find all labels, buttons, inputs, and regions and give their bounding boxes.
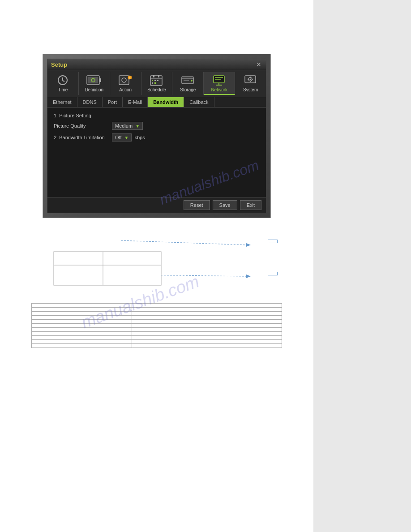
table-row (32, 320, 282, 324)
table-cell (32, 344, 132, 348)
table-cell (132, 336, 282, 340)
exit-button[interactable]: Exit (240, 200, 261, 210)
setup-dialog: Setup ✕ Time (47, 59, 266, 213)
bandwidth-dropdown[interactable]: Off ▼ (112, 133, 132, 142)
svg-line-2 (63, 81, 64, 82)
svg-rect-21 (182, 77, 193, 78)
definition-icon (86, 74, 102, 86)
table-row (32, 340, 282, 344)
table-cell (32, 320, 132, 324)
close-button[interactable]: ✕ (255, 61, 262, 68)
svg-rect-18 (152, 82, 153, 84)
schedule-icon (149, 74, 165, 86)
storage-icon (180, 74, 196, 86)
svg-marker-37 (246, 243, 251, 247)
table-cell (132, 328, 282, 332)
setup-title: Setup (51, 61, 67, 68)
dropdown-arrow-2: ▼ (124, 135, 128, 140)
picture-quality-dropdown[interactable]: Medium ▼ (112, 122, 143, 130)
svg-rect-14 (158, 75, 159, 77)
network-icon (211, 74, 227, 86)
svg-rect-7 (119, 76, 129, 85)
action-label: Action (119, 87, 132, 92)
svg-rect-15 (152, 80, 153, 81)
nav-time[interactable]: Time (47, 72, 79, 95)
svg-rect-40 (54, 252, 161, 285)
dropdown-arrow-1: ▼ (135, 124, 140, 129)
table-cell (132, 312, 282, 316)
table-cell (132, 324, 282, 328)
table-cell (32, 336, 132, 340)
table-row (32, 336, 282, 340)
svg-rect-4 (88, 77, 98, 83)
nav-definition[interactable]: Definition (79, 72, 110, 95)
diagram-svg (31, 227, 282, 294)
save-button[interactable]: Save (213, 200, 237, 210)
nav-icons-row: Time Definition (47, 70, 266, 97)
tab-bandwidth[interactable]: Bandwidth (148, 97, 184, 107)
picture-quality-row: Picture Quality Medium ▼ (54, 122, 260, 130)
dialog-content: 1. Picture Setting Picture Quality Mediu… (47, 107, 266, 197)
callout-top (268, 240, 278, 243)
bandwidth-row: 2. Bandwidth Limitation Off ▼ kbps (54, 133, 260, 142)
nav-action[interactable]: ! Action (110, 72, 141, 95)
svg-rect-5 (99, 78, 101, 82)
setup-title-bar: Setup ✕ (47, 59, 266, 70)
table-cell (132, 308, 282, 312)
action-icon: ! (117, 74, 133, 86)
picture-quality-value: Medium (115, 123, 133, 129)
bandwidth-label: 2. Bandwidth Limitation (54, 135, 112, 140)
nav-network[interactable]: Network (204, 72, 235, 95)
section1-title: 1. Picture Setting (54, 113, 260, 118)
tab-ddns[interactable]: DDNS (77, 97, 103, 107)
svg-point-22 (191, 80, 193, 82)
table-cell (32, 304, 132, 308)
storage-label: Storage (180, 87, 196, 92)
definition-label: Definition (85, 87, 103, 92)
sub-tabs-row: Ethernet DDNS Port E-Mail Bandwidth Call… (47, 97, 266, 107)
nav-storage[interactable]: Storage (172, 72, 204, 95)
diagram-section (31, 227, 282, 294)
network-label: Network (211, 87, 227, 92)
tab-callback[interactable]: Callback (184, 97, 214, 107)
system-icon (243, 74, 259, 86)
screenshot-area: Setup ✕ Time (43, 54, 271, 218)
table-cell (32, 312, 132, 316)
time-icon (55, 74, 71, 86)
reset-button[interactable]: Reset (184, 200, 210, 210)
table-cell (32, 308, 132, 312)
bandwidth-value: Off (115, 135, 121, 140)
table-cell (132, 320, 282, 324)
callout-bottom (268, 272, 278, 275)
table-cell (32, 340, 132, 344)
table-cell (132, 316, 282, 320)
table-cell (132, 340, 282, 344)
nav-system[interactable]: System (235, 72, 266, 95)
table-row (32, 332, 282, 336)
table-row (32, 344, 282, 348)
svg-rect-13 (153, 75, 154, 77)
data-table (31, 303, 282, 348)
table-cell (32, 324, 132, 328)
main-content: Setup ✕ Time (0, 0, 313, 532)
data-table-section (31, 303, 282, 348)
svg-rect-16 (154, 80, 156, 81)
table-row (32, 324, 282, 328)
svg-line-36 (121, 240, 246, 245)
kbps-label: kbps (134, 135, 145, 140)
dialog-footer: Reset Save Exit (47, 197, 266, 213)
tab-port[interactable]: Port (103, 97, 123, 107)
tab-ethernet[interactable]: Ethernet (47, 97, 77, 107)
table-row (32, 304, 282, 308)
table-row (32, 316, 282, 320)
right-sidebar (313, 0, 411, 532)
svg-text:!: ! (129, 76, 130, 79)
nav-schedule[interactable]: Schedule (141, 72, 173, 95)
table-cell (32, 328, 132, 332)
tab-email[interactable]: E-Mail (123, 97, 148, 107)
table-row (32, 312, 282, 316)
table-row (32, 308, 282, 312)
table-row (32, 328, 282, 332)
table-cell (132, 332, 282, 336)
system-label: System (243, 87, 258, 92)
